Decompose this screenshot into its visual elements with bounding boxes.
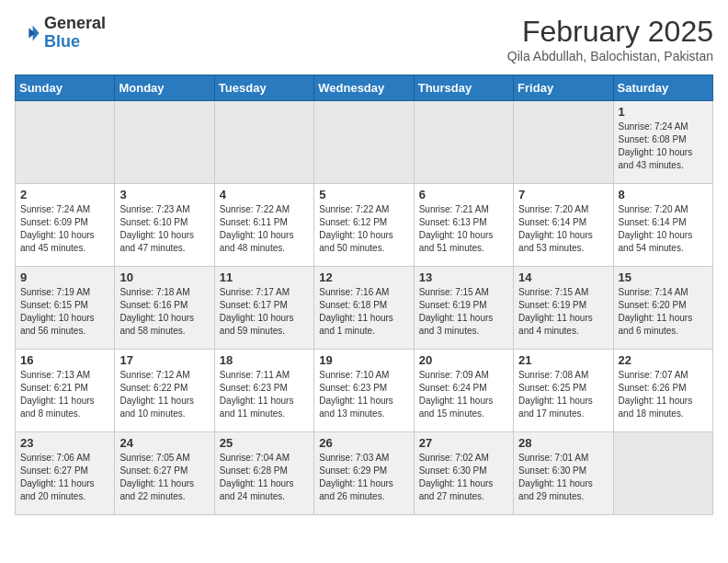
day-number: 11 [220, 270, 309, 284]
day-number: 16 [20, 353, 109, 367]
calendar-day-cell: 9Sunrise: 7:19 AM Sunset: 6:15 PM Daylig… [16, 267, 115, 350]
day-info: Sunrise: 7:09 AM Sunset: 6:24 PM Dayligh… [419, 369, 508, 420]
logo-general-text: General [44, 14, 106, 32]
calendar-day-cell: 16Sunrise: 7:13 AM Sunset: 6:21 PM Dayli… [16, 350, 115, 432]
day-number: 21 [518, 353, 608, 367]
day-info: Sunrise: 7:06 AM Sunset: 6:27 PM Dayligh… [20, 452, 109, 503]
calendar-day-cell: 28Sunrise: 7:01 AM Sunset: 6:30 PM Dayli… [514, 432, 613, 515]
day-info: Sunrise: 7:14 AM Sunset: 6:20 PM Dayligh… [619, 286, 708, 338]
logo-blue-text: Blue [44, 32, 80, 51]
calendar-week-row: 23Sunrise: 7:06 AM Sunset: 6:27 PM Dayli… [16, 432, 713, 515]
calendar-week-row: 9Sunrise: 7:19 AM Sunset: 6:15 PM Daylig… [16, 267, 713, 350]
day-number: 3 [119, 188, 209, 201]
month-year-title: February 2025 [507, 15, 713, 49]
calendar-day-cell: 8Sunrise: 7:20 AM Sunset: 6:14 PM Daylig… [613, 184, 712, 267]
calendar-day-cell: 12Sunrise: 7:16 AM Sunset: 6:18 PM Dayli… [314, 267, 414, 350]
day-number: 2 [20, 188, 109, 201]
day-info: Sunrise: 7:10 AM Sunset: 6:23 PM Dayligh… [319, 369, 408, 420]
day-number: 28 [518, 436, 608, 450]
calendar-day-cell: 18Sunrise: 7:11 AM Sunset: 6:23 PM Dayli… [214, 350, 313, 432]
day-number: 1 [619, 105, 708, 119]
day-info: Sunrise: 7:16 AM Sunset: 6:18 PM Dayligh… [319, 286, 408, 338]
day-info: Sunrise: 7:08 AM Sunset: 6:25 PM Dayligh… [518, 369, 608, 420]
calendar-day-cell [514, 101, 613, 184]
day-info: Sunrise: 7:23 AM Sunset: 6:10 PM Dayligh… [119, 203, 209, 255]
calendar-day-cell: 22Sunrise: 7:07 AM Sunset: 6:26 PM Dayli… [613, 350, 712, 432]
logo-icon [15, 20, 40, 46]
day-info: Sunrise: 7:04 AM Sunset: 6:28 PM Dayligh… [220, 452, 309, 503]
calendar-day-cell: 7Sunrise: 7:20 AM Sunset: 6:14 PM Daylig… [514, 184, 613, 267]
calendar-day-cell [214, 101, 313, 184]
day-number: 9 [20, 270, 109, 284]
calendar-day-cell: 20Sunrise: 7:09 AM Sunset: 6:24 PM Dayli… [414, 350, 513, 432]
day-number: 25 [220, 436, 309, 450]
day-info: Sunrise: 7:21 AM Sunset: 6:13 PM Dayligh… [419, 203, 508, 255]
day-info: Sunrise: 7:07 AM Sunset: 6:26 PM Dayligh… [619, 369, 708, 420]
calendar-day-cell: 26Sunrise: 7:03 AM Sunset: 6:29 PM Dayli… [314, 432, 414, 515]
day-number: 5 [319, 188, 408, 201]
location-label: Qila Abdullah, Balochistan, Pakistan [507, 49, 713, 63]
day-number: 23 [20, 436, 109, 450]
day-info: Sunrise: 7:15 AM Sunset: 6:19 PM Dayligh… [419, 286, 508, 338]
day-number: 22 [619, 353, 708, 367]
calendar-week-row: 2Sunrise: 7:24 AM Sunset: 6:09 PM Daylig… [16, 184, 713, 267]
title-block: February 2025 Qila Abdullah, Balochistan… [507, 15, 713, 63]
day-info: Sunrise: 7:02 AM Sunset: 6:30 PM Dayligh… [419, 452, 508, 503]
day-number: 24 [119, 436, 209, 450]
day-info: Sunrise: 7:15 AM Sunset: 6:19 PM Dayligh… [518, 286, 608, 338]
calendar-day-cell: 5Sunrise: 7:22 AM Sunset: 6:12 PM Daylig… [314, 184, 414, 267]
calendar-day-cell [115, 101, 214, 184]
calendar-day-cell [16, 101, 115, 184]
calendar-week-row: 1Sunrise: 7:24 AM Sunset: 6:08 PM Daylig… [16, 101, 713, 184]
logo: General Blue [15, 15, 106, 52]
calendar-day-cell [414, 101, 513, 184]
day-info: Sunrise: 7:11 AM Sunset: 6:23 PM Dayligh… [220, 369, 309, 420]
day-number: 13 [419, 270, 508, 284]
day-of-week-header: Friday [514, 75, 613, 101]
day-number: 14 [518, 270, 608, 284]
day-number: 20 [419, 353, 508, 367]
day-of-week-header: Tuesday [214, 75, 313, 101]
day-number: 6 [419, 188, 508, 201]
day-info: Sunrise: 7:13 AM Sunset: 6:21 PM Dayligh… [20, 369, 109, 420]
day-number: 26 [319, 436, 408, 450]
day-info: Sunrise: 7:12 AM Sunset: 6:22 PM Dayligh… [119, 369, 209, 420]
calendar-day-cell: 10Sunrise: 7:18 AM Sunset: 6:16 PM Dayli… [115, 267, 214, 350]
day-info: Sunrise: 7:22 AM Sunset: 6:12 PM Dayligh… [319, 203, 408, 255]
calendar-day-cell: 14Sunrise: 7:15 AM Sunset: 6:19 PM Dayli… [514, 267, 613, 350]
day-info: Sunrise: 7:01 AM Sunset: 6:30 PM Dayligh… [518, 452, 608, 503]
calendar-day-cell: 2Sunrise: 7:24 AM Sunset: 6:09 PM Daylig… [16, 184, 115, 267]
calendar-day-cell: 25Sunrise: 7:04 AM Sunset: 6:28 PM Dayli… [214, 432, 313, 515]
calendar-day-cell: 4Sunrise: 7:22 AM Sunset: 6:11 PM Daylig… [214, 184, 313, 267]
day-number: 18 [220, 353, 309, 367]
calendar-table: SundayMondayTuesdayWednesdayThursdayFrid… [15, 75, 713, 515]
calendar-day-cell: 11Sunrise: 7:17 AM Sunset: 6:17 PM Dayli… [214, 267, 313, 350]
day-of-week-header: Wednesday [314, 75, 414, 101]
day-info: Sunrise: 7:20 AM Sunset: 6:14 PM Dayligh… [518, 203, 608, 255]
calendar-header-row: SundayMondayTuesdayWednesdayThursdayFrid… [16, 75, 713, 101]
day-number: 7 [518, 188, 608, 201]
calendar-day-cell: 24Sunrise: 7:05 AM Sunset: 6:27 PM Dayli… [115, 432, 214, 515]
day-number: 19 [319, 353, 408, 367]
page-header: General Blue February 2025 Qila Abdullah… [15, 15, 713, 63]
day-of-week-header: Thursday [414, 75, 513, 101]
day-number: 17 [119, 353, 209, 367]
day-info: Sunrise: 7:22 AM Sunset: 6:11 PM Dayligh… [220, 203, 309, 255]
calendar-day-cell: 19Sunrise: 7:10 AM Sunset: 6:23 PM Dayli… [314, 350, 414, 432]
day-info: Sunrise: 7:17 AM Sunset: 6:17 PM Dayligh… [220, 286, 309, 338]
day-info: Sunrise: 7:05 AM Sunset: 6:27 PM Dayligh… [119, 452, 209, 503]
calendar-day-cell: 6Sunrise: 7:21 AM Sunset: 6:13 PM Daylig… [414, 184, 513, 267]
day-info: Sunrise: 7:24 AM Sunset: 6:08 PM Dayligh… [619, 121, 708, 172]
day-info: Sunrise: 7:03 AM Sunset: 6:29 PM Dayligh… [319, 452, 408, 503]
day-info: Sunrise: 7:24 AM Sunset: 6:09 PM Dayligh… [20, 203, 109, 255]
day-info: Sunrise: 7:18 AM Sunset: 6:16 PM Dayligh… [119, 286, 209, 338]
day-of-week-header: Sunday [16, 75, 115, 101]
day-number: 27 [419, 436, 508, 450]
day-of-week-header: Saturday [613, 75, 712, 101]
day-of-week-header: Monday [115, 75, 214, 101]
day-number: 15 [619, 270, 708, 284]
calendar-day-cell: 13Sunrise: 7:15 AM Sunset: 6:19 PM Dayli… [414, 267, 513, 350]
calendar-day-cell: 17Sunrise: 7:12 AM Sunset: 6:22 PM Dayli… [115, 350, 214, 432]
calendar-day-cell: 15Sunrise: 7:14 AM Sunset: 6:20 PM Dayli… [613, 267, 712, 350]
calendar-week-row: 16Sunrise: 7:13 AM Sunset: 6:21 PM Dayli… [16, 350, 713, 432]
